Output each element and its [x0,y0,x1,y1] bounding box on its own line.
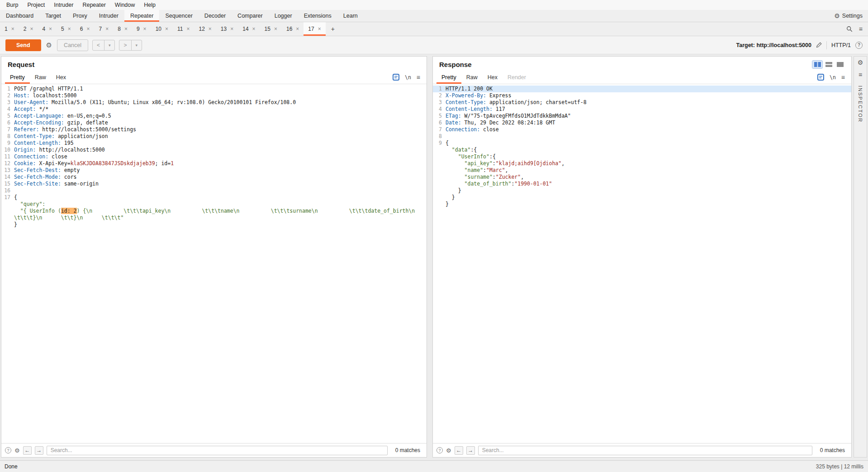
repeater-tab-17[interactable]: 17× [304,22,325,36]
repeater-tab-16[interactable]: 16× [282,22,304,36]
menu-item-burp[interactable]: Burp [2,1,23,9]
close-tab-icon[interactable]: × [68,26,71,32]
tab-sequencer[interactable]: Sequencer [159,10,198,22]
close-tab-icon[interactable]: × [105,26,109,32]
tab-target[interactable]: Target [39,10,67,22]
send-button[interactable]: Send [5,39,41,51]
add-tab-button[interactable]: + [326,22,340,36]
tab-learn[interactable]: Learn [337,10,364,22]
close-tab-icon[interactable]: × [209,26,212,32]
close-tab-icon[interactable]: × [274,26,277,32]
repeater-tab-8[interactable]: 8× [113,22,132,36]
panel-splitter[interactable] [427,56,432,458]
tab-comparer[interactable]: Comparer [232,10,269,22]
tab-logger[interactable]: Logger [269,10,298,22]
show-newlines-toggle[interactable]: \n [405,74,411,81]
repeater-tab-9[interactable]: 9× [132,22,151,36]
repeater-tab-2[interactable]: 2× [19,22,38,36]
show-newlines-toggle[interactable]: \n [830,74,836,81]
close-tab-icon[interactable]: × [230,26,233,32]
search-next-button[interactable]: → [466,446,475,455]
layout-rows-icon[interactable] [824,61,834,68]
close-tab-icon[interactable]: × [296,26,299,32]
inspector-sidebar[interactable]: ⚙ ≡ INSPECTOR [854,56,867,458]
search-help-icon[interactable]: ? [5,447,11,453]
response-menu-icon[interactable]: ≡ [841,74,845,81]
tab-proxy[interactable]: Proxy [67,10,93,22]
search-settings-gear-icon[interactable]: ⚙ [446,447,451,454]
request-search-input[interactable] [47,446,388,455]
close-tab-icon[interactable]: × [49,26,52,32]
line-number [433,160,446,167]
search-icon[interactable] [846,26,853,32]
repeater-tab-14[interactable]: 14× [238,22,260,36]
history-back-button[interactable]: < [93,40,104,50]
subtab-hex[interactable]: Hex [51,71,71,84]
menu-item-project[interactable]: Project [23,1,49,9]
repeater-tab-13[interactable]: 13× [216,22,238,36]
repeater-tab-1[interactable]: 1× [0,22,19,36]
subtab-raw[interactable]: Raw [30,71,51,84]
cancel-button[interactable]: Cancel [57,39,88,51]
help-icon[interactable]: ? [855,42,863,49]
subtab-render[interactable]: Render [503,71,531,84]
menu-item-help[interactable]: Help [139,1,160,9]
menu-item-window[interactable]: Window [110,1,139,9]
settings-button[interactable]: ⚙ Settings [829,10,868,22]
tab-extensions[interactable]: Extensions [298,10,337,22]
close-tab-icon[interactable]: × [30,26,33,32]
code-line: 6Accept-Encoding: gzip, deflate [1,119,427,126]
history-forward-dropdown-icon[interactable]: ▾ [131,40,142,50]
tab-repeater[interactable]: Repeater [124,10,159,22]
code-line: 8 [433,133,851,140]
tab-dashboard[interactable]: Dashboard [0,10,39,22]
close-tab-icon[interactable]: × [318,26,321,32]
inspector-gear-icon[interactable]: ⚙ [858,59,863,66]
repeater-tab-7[interactable]: 7× [95,22,114,36]
inspector-menu-icon[interactable]: ≡ [859,71,862,78]
repeater-tab-4[interactable]: 4× [38,22,57,36]
close-tab-icon[interactable]: × [124,26,128,32]
close-tab-icon[interactable]: × [165,26,168,32]
http-version-selector[interactable]: HTTP/1 [831,42,851,48]
menu-item-repeater[interactable]: Repeater [78,1,110,9]
history-back-dropdown-icon[interactable]: ▾ [104,40,115,50]
target-value: http://localhost:5000 [756,42,811,48]
repeater-tab-15[interactable]: 15× [260,22,282,36]
subtab-hex[interactable]: Hex [483,71,503,84]
edit-target-pencil-icon[interactable] [816,42,822,48]
close-tab-icon[interactable]: × [143,26,147,32]
search-prev-button[interactable]: ← [455,446,463,455]
repeater-tab-12[interactable]: 12× [194,22,216,36]
tab-decoder[interactable]: Decoder [199,10,232,22]
repeater-tab-6[interactable]: 6× [76,22,95,36]
search-prev-button[interactable]: ← [23,446,32,455]
close-tab-icon[interactable]: × [11,26,14,32]
history-forward-button[interactable]: > [119,40,131,50]
prettify-icon[interactable] [393,74,399,81]
tab-list-menu-icon[interactable]: ≡ [859,26,863,32]
response-search-input[interactable] [478,446,812,455]
repeater-tab-10[interactable]: 10× [151,22,173,36]
request-settings-gear-icon[interactable]: ⚙ [45,41,53,49]
tab-intruder[interactable]: Intruder [93,10,124,22]
prettify-icon[interactable] [817,74,824,81]
menu-item-intruder[interactable]: Intruder [49,1,78,9]
code-text: "surname":"Zucker", [446,174,851,181]
layout-single-icon[interactable] [835,61,845,68]
response-editor[interactable]: 1HTTP/1.1 200 OK2X-Powered-By: Express3C… [433,84,851,443]
repeater-tab-5[interactable]: 5× [57,22,76,36]
request-editor[interactable]: 1POST /graphql HTTP/1.12Host: localhost:… [1,84,427,443]
search-help-icon[interactable]: ? [436,447,443,453]
search-next-button[interactable]: → [35,446,43,455]
search-settings-gear-icon[interactable]: ⚙ [14,447,20,454]
request-menu-icon[interactable]: ≡ [417,74,420,81]
close-tab-icon[interactable]: × [252,26,256,32]
repeater-tab-11[interactable]: 11× [173,22,194,36]
close-tab-icon[interactable]: × [186,26,190,32]
close-tab-icon[interactable]: × [87,26,90,32]
layout-columns-icon[interactable] [812,61,822,68]
subtab-pretty[interactable]: Pretty [5,71,30,84]
subtab-raw[interactable]: Raw [461,71,483,84]
subtab-pretty[interactable]: Pretty [436,71,461,84]
